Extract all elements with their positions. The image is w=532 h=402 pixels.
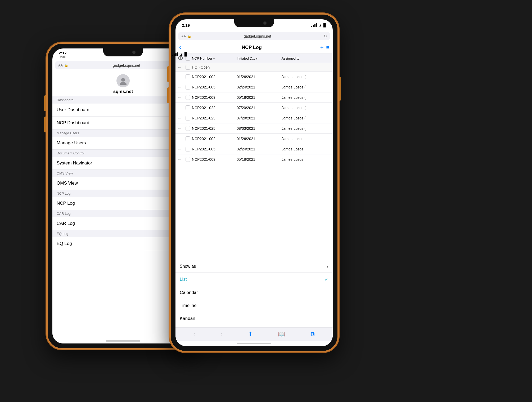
svg-point-1 <box>120 82 127 85</box>
col-initiated-date[interactable]: Initiated D... ▾ <box>237 56 281 60</box>
row-ncp-number: NCP2021-005 <box>192 147 237 151</box>
row-check <box>186 74 192 79</box>
table-row[interactable]: ··· NCP2021-023 07/20/2021 James Lozos ( <box>175 113 333 123</box>
row-dots: ··· <box>178 116 186 120</box>
row-dots: ··· <box>178 147 186 151</box>
table-row[interactable]: ··· NCP2021-005 02/24/2021 James Lozos <box>175 144 333 154</box>
row-date: 01/26/2021 <box>237 75 281 79</box>
row-ncp-number: NCP2021-009 <box>192 157 237 162</box>
row-date: 07/20/2021 <box>237 106 281 110</box>
forward-nav-button[interactable]: › <box>221 331 223 338</box>
row-check <box>186 105 192 110</box>
row-checkbox[interactable] <box>186 147 190 151</box>
avatar <box>116 74 130 87</box>
status-time-right: 2:19 <box>182 23 190 28</box>
row-checkbox[interactable] <box>186 126 190 131</box>
row-date: 05/18/2021 <box>237 157 281 162</box>
row-check <box>186 147 192 151</box>
signal-icon-right <box>311 23 317 27</box>
tabs-button[interactable]: ⧉ <box>310 331 315 338</box>
row-checkbox[interactable] <box>186 136 190 141</box>
row-ncp-number: NCP2021-002 <box>192 137 237 141</box>
dropdown-option-kanban[interactable]: Kanban <box>175 312 333 325</box>
sort-icon: ▾ <box>213 57 215 60</box>
row-dots: ··· <box>178 106 186 110</box>
row-checkbox[interactable] <box>186 95 190 100</box>
dropdown-option-label: Kanban <box>180 316 195 321</box>
dropdown-option-list[interactable]: List✓ <box>175 273 333 286</box>
row-date: 02/24/2021 <box>237 85 281 89</box>
share-button[interactable]: ⬆ <box>248 331 253 338</box>
battery-icon-right: ▊ <box>323 23 326 27</box>
row-checkbox[interactable] <box>186 105 190 110</box>
row-checkbox[interactable] <box>186 85 190 90</box>
volume-down-button-right[interactable] <box>167 87 169 103</box>
volume-down-button[interactable] <box>44 117 46 132</box>
row-assigned: James Lozos ( <box>282 126 330 131</box>
url-display[interactable]: gadget.sqms.net <box>70 63 183 68</box>
row-date: 07/20/2021 <box>237 116 281 120</box>
table-header: NCP Number ▾ Initiated D... ▾ Assigned t… <box>175 54 333 63</box>
checkmark-icon: ✓ <box>324 276 328 282</box>
menu-button[interactable]: ≡ <box>326 45 329 50</box>
sort-icon-date: ▾ <box>256 57 257 60</box>
volume-up-button-right[interactable] <box>167 66 169 82</box>
row-ncp-number: NCP2021-025 <box>192 126 237 131</box>
group-row[interactable]: ··· HQ › Open <box>175 63 333 72</box>
add-button[interactable]: + <box>320 44 324 51</box>
bookmarks-button[interactable]: 📖 <box>278 331 285 338</box>
table-row[interactable]: ··· NCP2021-002 01/26/2021 James Lozos <box>175 134 333 144</box>
mail-label: Mail <box>60 55 65 58</box>
battery-icon: ▊ <box>184 52 187 56</box>
row-checkbox[interactable] <box>186 157 190 162</box>
home-indicator-right <box>175 341 333 346</box>
row-date: 02/24/2021 <box>237 147 281 151</box>
dropdown-option-calendar[interactable]: Calendar <box>175 286 333 299</box>
row-check <box>186 85 192 90</box>
lock-icon: 🔒 <box>64 64 68 67</box>
row-check <box>186 116 192 120</box>
front-camera-right <box>263 21 267 25</box>
group-checkbox <box>186 65 192 70</box>
phone-right: 2:19 ▲ ▊ AA 🔒 gadget.sqms.net <box>169 13 339 352</box>
row-check <box>186 136 192 141</box>
home-bar <box>106 340 140 342</box>
show-as-header[interactable]: Show as▾ <box>175 260 333 273</box>
notch <box>103 48 143 56</box>
volume-up-button[interactable] <box>44 95 46 111</box>
row-ncp-number: NCP2021-023 <box>192 116 237 120</box>
power-button-right[interactable] <box>339 77 341 101</box>
table-row[interactable]: ··· NCP2021-009 05/18/2021 James Lozos <box>175 154 333 163</box>
ncp-title: NCP Log <box>183 45 320 50</box>
status-icons-right: ▲ ▊ <box>311 23 326 27</box>
home-bar-right <box>237 343 271 344</box>
row-ncp-number: NCP2021-009 <box>192 95 237 100</box>
table-row[interactable]: ··· NCP2021-009 05/18/2021 James Lozos ( <box>175 92 333 103</box>
table-row[interactable]: ··· NCP2021-022 07/20/2021 James Lozos ( <box>175 103 333 113</box>
url-display-right[interactable]: gadget.sqms.net <box>193 34 322 38</box>
refresh-icon-right[interactable]: ↻ <box>323 34 327 39</box>
row-ncp-number: NCP2021-022 <box>192 106 237 110</box>
row-date: 05/18/2021 <box>237 95 281 100</box>
table-row[interactable]: ··· NCP2021-025 08/03/2021 James Lozos ( <box>175 123 333 134</box>
dropdown-option-label: Timeline <box>180 303 197 308</box>
col-ncp-number[interactable]: NCP Number ▾ <box>192 56 237 60</box>
row-checkbox[interactable] <box>186 116 190 120</box>
row-check <box>186 157 192 162</box>
wifi-icon: ▲ <box>179 52 183 56</box>
row-checkbox[interactable] <box>186 74 190 79</box>
row-assigned: James Lozos ( <box>282 95 330 100</box>
row-check <box>186 95 192 100</box>
row-assigned: James Lozos ( <box>282 75 330 79</box>
dropdown-option-label: Calendar <box>180 290 198 295</box>
table-row[interactable]: ··· NCP2021-002 01/26/2021 James Lozos ( <box>175 72 333 82</box>
row-check <box>186 126 192 131</box>
table-row[interactable]: ··· NCP2021-005 02/24/2021 James Lozos ( <box>175 82 333 92</box>
group-status: Open <box>201 65 210 69</box>
dropdown-option-timeline[interactable]: Timeline <box>175 299 333 312</box>
row-dots: ··· <box>178 96 186 99</box>
col-assigned-to[interactable]: Assigned to <box>282 56 330 60</box>
back-nav-button[interactable]: ‹ <box>193 331 195 338</box>
status-icons: ▲ ▊ <box>172 52 187 56</box>
address-bar-right[interactable]: AA 🔒 gadget.sqms.net ↻ <box>178 32 330 40</box>
